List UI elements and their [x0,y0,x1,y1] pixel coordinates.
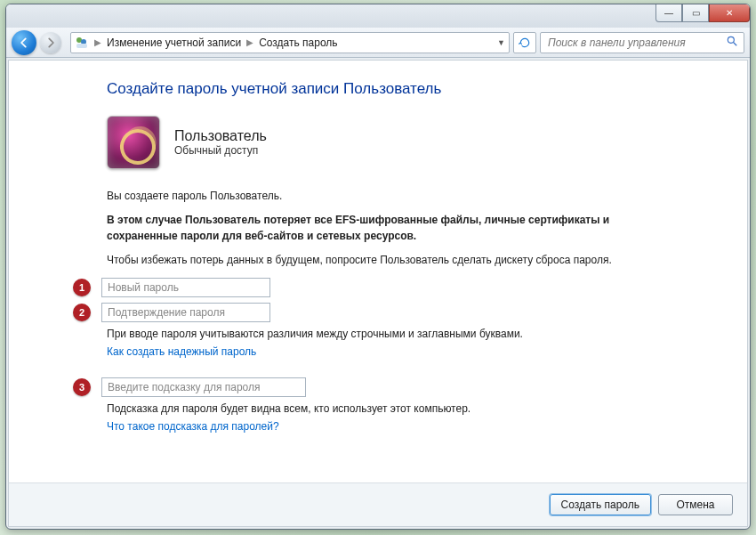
svg-rect-2 [76,44,87,48]
search-input[interactable] [546,36,720,50]
warning-text: В этом случае Пользователь потеряет все … [107,213,676,244]
breadcrumb-item-account[interactable]: Изменение учетной записи [107,36,241,49]
user-name: Пользователь [174,128,267,144]
address-bar[interactable]: ▶ Изменение учетной записи ▶ Создать пар… [70,32,510,53]
confirm-password-input[interactable] [101,303,270,322]
create-password-form: Создайте пароль учетной записи Пользоват… [9,61,747,433]
back-button[interactable] [12,30,36,55]
case-sensitivity-note: При вводе пароля учитываются различия ме… [107,328,676,340]
control-panel-window: — ▭ ✕ ▶ Изменение учетной записи ▶ Созда… [5,4,751,530]
navigation-bar: ▶ Изменение учетной записи ▶ Создать пар… [6,28,750,58]
refresh-icon [519,36,531,49]
breadcrumb-chevron-icon: ▶ [94,37,101,47]
user-role: Обычный доступ [174,144,267,157]
step-badge-2: 2 [73,304,91,321]
button-bar: Создать пароль Отмена [9,482,747,526]
search-icon [726,35,738,50]
create-password-button[interactable]: Создать пароль [550,494,651,515]
arrow-left-icon [18,36,30,49]
titlebar: — ▭ ✕ [6,4,750,28]
strong-password-link[interactable]: Как создать надежный пароль [107,345,676,358]
close-button[interactable]: ✕ [709,4,750,22]
new-password-input[interactable] [101,278,270,297]
cancel-button[interactable]: Отмена [658,494,733,515]
row-new-password: 1 [52,278,676,297]
user-accounts-icon [75,36,89,50]
search-box[interactable] [540,32,744,53]
arrow-right-icon [44,36,57,49]
breadcrumb-chevron-icon: ▶ [246,37,253,47]
content-area: Создайте пароль учетной записи Пользоват… [8,60,748,527]
step-badge-3: 3 [73,378,91,396]
minimize-button[interactable]: — [655,4,682,22]
svg-point-3 [728,36,734,43]
address-dropdown-icon[interactable]: ▼ [497,38,505,47]
hint-visibility-note: Подсказка для пароля будет видна всем, к… [107,402,676,415]
avatar [107,116,160,169]
advice-text: Чтобы избежать потерь данных в будущем, … [107,253,676,268]
password-hint-input[interactable] [101,377,306,397]
breadcrumb-item-create-password[interactable]: Создать пароль [259,36,337,49]
window-buttons: — ▭ ✕ [655,4,750,22]
row-confirm-password: 2 [52,303,676,322]
maximize-button[interactable]: ▭ [682,4,709,22]
forward-button[interactable] [40,32,61,53]
step-badge-1: 1 [73,279,91,296]
intro-text: Вы создаете пароль Пользователь. [107,189,676,204]
row-password-hint: 3 [52,377,676,397]
page-title: Создайте пароль учетной записи Пользоват… [107,80,676,98]
user-block: Пользователь Обычный доступ [107,116,676,169]
refresh-button[interactable] [513,32,536,53]
password-hint-link[interactable]: Что такое подсказка для паролей? [107,420,676,433]
svg-line-4 [734,43,737,46]
